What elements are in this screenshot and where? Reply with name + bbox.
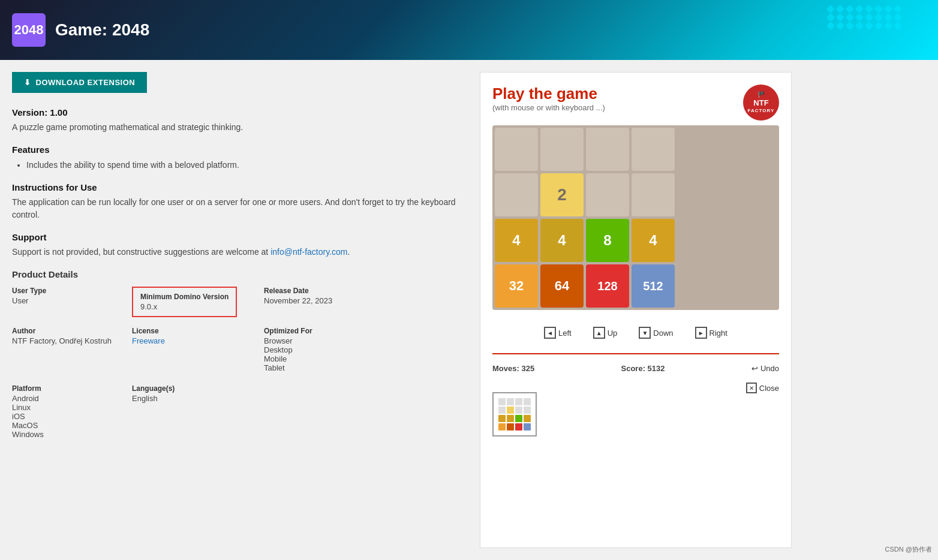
mini-preview bbox=[492, 392, 537, 436]
game-subtitle: (with mouse or with keyboard ...) bbox=[492, 103, 605, 112]
left-label: Left bbox=[558, 329, 572, 338]
optimized-desktop: Desktop bbox=[264, 345, 420, 354]
moves-stat: Moves: 325 bbox=[492, 364, 534, 373]
instructions-title: Instructions for Use bbox=[12, 182, 468, 192]
license-label: License bbox=[132, 327, 264, 335]
optimized-tablet: Tablet bbox=[264, 363, 420, 372]
undo-icon: ↩ bbox=[751, 364, 758, 373]
author-label: Author bbox=[12, 327, 132, 335]
cell-2-1: 4 bbox=[540, 219, 584, 262]
down-button[interactable]: ▼ Down bbox=[634, 324, 678, 341]
up-icon: ▲ bbox=[593, 327, 605, 339]
support-text: Support is not provided, but constructiv… bbox=[12, 246, 468, 258]
cell-0-1 bbox=[540, 128, 584, 171]
mini-grid bbox=[498, 398, 531, 430]
left-panel: ⬇ DOWNLOAD EXTENSION Version: 1.00 A puz… bbox=[12, 72, 468, 548]
up-label: Up bbox=[608, 329, 618, 338]
down-label: Down bbox=[653, 329, 673, 338]
license-link[interactable]: Freeware bbox=[132, 336, 165, 345]
support-title: Support bbox=[12, 232, 468, 242]
platform-linux: Linux bbox=[12, 403, 132, 412]
game-controls: ◄ Left ▲ Up ▼ Down ► Right bbox=[492, 320, 779, 346]
game-footer: Moves: 325 Score: 5132 ↩ Undo bbox=[492, 359, 779, 378]
app-logo: 2048 bbox=[12, 13, 46, 47]
platform-section: Platform Android Linux iOS MacOS Windows… bbox=[12, 384, 468, 439]
support-section: Support Support is not provided, but con… bbox=[12, 232, 468, 258]
platform-windows: Windows bbox=[12, 430, 132, 439]
ntf-icon: 🏴 bbox=[757, 91, 765, 98]
cell-0-0 bbox=[495, 128, 538, 171]
description-text: A puzzle game promoting mathematical and… bbox=[12, 121, 468, 134]
min-domino-box: Minimum Domino Version 9.0.x bbox=[132, 287, 237, 317]
ntf-text: NTF bbox=[753, 98, 768, 108]
cell-2-3: 4 bbox=[632, 219, 675, 262]
cell-3-2: 128 bbox=[586, 264, 629, 308]
min-domino-label: Minimum Domino Version bbox=[140, 293, 229, 301]
close-button[interactable]: ✕ Close bbox=[746, 383, 779, 393]
features-list: Includes the ability to spend time with … bbox=[12, 158, 468, 171]
score-stat: Score: 5132 bbox=[621, 364, 665, 373]
cell-0-2 bbox=[586, 128, 629, 171]
optimized-browser: Browser bbox=[264, 336, 420, 345]
support-email-link[interactable]: info@ntf-factory.com bbox=[270, 247, 347, 257]
cell-3-1: 64 bbox=[540, 264, 584, 308]
license-value: Freeware bbox=[132, 336, 264, 345]
platform-ios: iOS bbox=[12, 412, 132, 421]
up-button[interactable]: ▲ Up bbox=[588, 324, 623, 341]
product-details-grid: User Type User Minimum Domino Version 9.… bbox=[12, 287, 468, 372]
languages-cell: Language(s) English bbox=[132, 384, 264, 439]
product-details-title: Product Details bbox=[12, 269, 468, 279]
app-title: Game: 2048 bbox=[55, 20, 149, 40]
undo-button[interactable]: ↩ Undo bbox=[751, 364, 779, 373]
left-icon: ◄ bbox=[544, 327, 556, 339]
ntf-logo: 🏴 NTF FACTORY bbox=[743, 85, 779, 121]
features-title: Features bbox=[12, 144, 468, 155]
left-button[interactable]: ◄ Left bbox=[539, 324, 576, 341]
release-date-value: November 22, 2023 bbox=[264, 296, 420, 305]
user-type-value: User bbox=[12, 296, 132, 305]
cell-1-0 bbox=[495, 173, 538, 216]
mini-cell bbox=[498, 398, 506, 405]
csdn-watermark: CSDN @协作者 bbox=[885, 545, 932, 554]
cell-1-3 bbox=[632, 173, 675, 216]
platform-macos: MacOS bbox=[12, 421, 132, 430]
min-domino-value: 9.0.x bbox=[140, 302, 229, 311]
release-date-cell: Release Date November 22, 2023 bbox=[264, 287, 420, 317]
cell-2-0: 4 bbox=[495, 219, 538, 262]
product-details-section: Product Details User Type User Minimum D… bbox=[12, 269, 468, 439]
optimized-mobile: Mobile bbox=[264, 354, 420, 363]
min-domino-cell: Minimum Domino Version 9.0.x bbox=[132, 287, 264, 317]
game-grid[interactable]: 2 4 4 8 4 32 64 128 512 bbox=[492, 125, 779, 310]
right-label: Right bbox=[709, 329, 727, 338]
main-container: ⬇ DOWNLOAD EXTENSION Version: 1.00 A puz… bbox=[0, 60, 938, 560]
right-button[interactable]: ► Right bbox=[690, 324, 732, 341]
cell-1-2 bbox=[586, 173, 629, 216]
license-cell: License Freeware bbox=[132, 327, 264, 372]
instructions-section: Instructions for Use The application can… bbox=[12, 182, 468, 221]
cell-3-0: 32 bbox=[495, 264, 538, 308]
right-icon: ► bbox=[695, 327, 707, 339]
features-section: Features Includes the ability to spend t… bbox=[12, 144, 468, 171]
author-value: NTF Factory, Ondřej Kostruh bbox=[12, 336, 132, 345]
user-type-label: User Type bbox=[12, 287, 132, 295]
optimized-values: Browser Desktop Mobile Tablet bbox=[264, 336, 420, 372]
download-button[interactable]: ⬇ DOWNLOAD EXTENSION bbox=[12, 72, 147, 93]
platform-label: Platform bbox=[12, 384, 132, 393]
header-decoration bbox=[828, 6, 902, 29]
platform-values: Android Linux iOS MacOS Windows bbox=[12, 394, 132, 439]
game-header: Play the game (with mouse or with keyboa… bbox=[492, 85, 779, 122]
languages-label: Language(s) bbox=[132, 384, 264, 393]
author-cell: Author NTF Factory, Ondřej Kostruh bbox=[12, 327, 132, 372]
game-title: Play the game bbox=[492, 85, 605, 103]
cell-1-1: 2 bbox=[540, 173, 584, 216]
factory-text: FACTORY bbox=[748, 108, 775, 114]
languages-value: English bbox=[132, 394, 264, 403]
cell-0-3 bbox=[632, 128, 675, 171]
down-icon: ▼ bbox=[639, 327, 651, 339]
optimized-cell: Optimized For Browser Desktop Mobile Tab… bbox=[264, 327, 420, 372]
game-divider bbox=[492, 353, 779, 354]
release-date-label: Release Date bbox=[264, 287, 420, 295]
instructions-text: The application can be run locally for o… bbox=[12, 196, 468, 221]
cell-2-2: 8 bbox=[586, 219, 629, 262]
optimized-label: Optimized For bbox=[264, 327, 420, 335]
